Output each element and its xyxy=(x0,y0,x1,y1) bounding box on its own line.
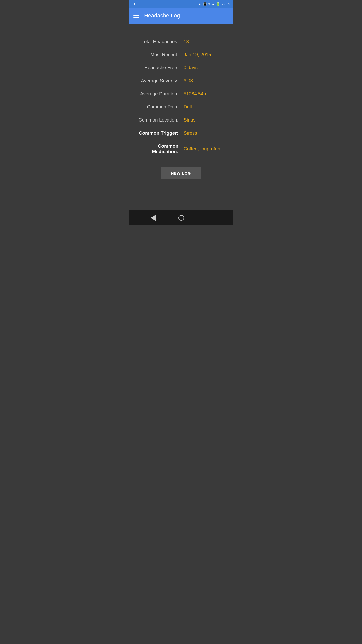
time-display: 22:59 xyxy=(222,2,230,6)
back-button[interactable] xyxy=(151,215,156,221)
new-log-button[interactable]: NEW LOG xyxy=(161,167,201,179)
signal-icon: ▲ xyxy=(212,2,215,6)
stat-value: Sinus xyxy=(178,117,225,123)
stat-value: Jan 19, 2015 xyxy=(178,52,225,57)
stat-value: 6.08 xyxy=(178,78,225,84)
nav-bar xyxy=(129,210,233,225)
stat-label: Total Headaches: xyxy=(137,39,178,44)
stat-row: Headache Free:0 days xyxy=(134,65,228,70)
stat-value: 51284.54h xyxy=(178,91,225,97)
recents-button[interactable] xyxy=(207,216,211,220)
stat-row: Most Recent:Jan 19, 2015 xyxy=(134,52,228,57)
stat-label: Common Location: xyxy=(137,117,178,123)
stat-row: Average Severity:6.08 xyxy=(134,78,228,84)
stat-label: Average Severity: xyxy=(137,78,178,84)
stat-row: Common Medication:Coffee, Ibuprofen xyxy=(134,143,228,154)
stat-row: Average Duration:51284.54h xyxy=(134,91,228,97)
main-content: Total Headaches:13Most Recent:Jan 19, 20… xyxy=(129,24,233,210)
stat-row: Common Trigger:Stress xyxy=(134,130,228,136)
menu-button[interactable] xyxy=(133,14,139,18)
app-bar: Headache Log xyxy=(129,8,233,24)
battery-icon: 🔋 xyxy=(216,2,220,6)
status-bar: 🗒 📳 ▾ ▲ 🔋 22:59 xyxy=(129,0,233,8)
stat-value: Coffee, Ibuprofen xyxy=(178,146,225,152)
notification-icon: 🗒 xyxy=(132,2,136,6)
vibrate-icon: 📳 xyxy=(203,2,207,6)
stat-value: 13 xyxy=(178,39,225,44)
status-bar-left-icons: 🗒 xyxy=(132,2,136,6)
stat-row: Common Pain:Dull xyxy=(134,104,228,110)
stat-label: Common Medication: xyxy=(137,143,178,154)
stat-label: Common Trigger: xyxy=(137,130,178,136)
app-title: Headache Log xyxy=(144,12,180,19)
stat-label: Most Recent: xyxy=(137,52,178,57)
stat-value: Stress xyxy=(178,130,225,136)
stat-row: Common Location:Sinus xyxy=(134,117,228,123)
stat-label: Headache Free: xyxy=(137,65,178,70)
stat-value: 0 days xyxy=(178,65,225,70)
home-button[interactable] xyxy=(178,215,184,221)
stat-label: Common Pain: xyxy=(137,104,178,110)
star-icon xyxy=(198,2,201,6)
wifi-icon: ▾ xyxy=(208,2,210,6)
stat-row: Total Headaches:13 xyxy=(134,39,228,44)
stats-container: Total Headaches:13Most Recent:Jan 19, 20… xyxy=(134,39,228,162)
status-bar-right-icons: 📳 ▾ ▲ 🔋 22:59 xyxy=(198,2,230,6)
stat-value: Dull xyxy=(178,104,225,110)
stat-label: Average Duration: xyxy=(137,91,178,97)
